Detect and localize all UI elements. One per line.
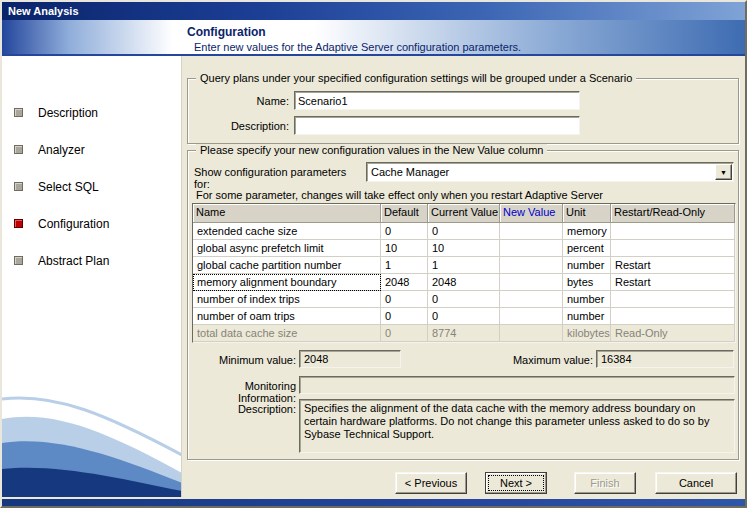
bottom-accent-bar bbox=[2, 499, 745, 506]
parameter-group-dropdown[interactable]: Cache Manager ▼ bbox=[366, 162, 734, 182]
table-row[interactable]: extended cache size00memory pages bbox=[193, 223, 735, 240]
scenario-groupbox: Query plans under your specified configu… bbox=[187, 78, 739, 144]
column-header-unit[interactable]: Unit bbox=[563, 204, 611, 223]
dropdown-selected-value: Cache Manager bbox=[371, 166, 449, 178]
sidebar-item-description[interactable]: Description bbox=[2, 94, 181, 131]
cell-name: global async prefetch limit bbox=[193, 240, 381, 257]
step-label: Analyzer bbox=[38, 143, 85, 157]
cell-current: 0 bbox=[428, 308, 500, 325]
wizard-header: Configuration Enter new values for the A… bbox=[2, 20, 745, 56]
configuration-groupbox-title: Please specify your new configuration va… bbox=[196, 144, 547, 156]
show-parameters-label: Show configuration parameters for: bbox=[194, 166, 362, 190]
scenario-name-label: Name: bbox=[188, 95, 289, 107]
wizard-steps-sidebar: DescriptionAnalyzerSelect SQLConfigurati… bbox=[2, 56, 182, 497]
sidebar-item-abstract-plan[interactable]: Abstract Plan bbox=[2, 242, 181, 279]
minimum-value-label: Minimum value: bbox=[192, 354, 296, 366]
step-label: Select SQL bbox=[38, 180, 99, 194]
cell-new[interactable] bbox=[500, 240, 563, 257]
cell-unit: number bbox=[563, 291, 611, 308]
cell-unit: percent bbox=[563, 240, 611, 257]
configuration-groupbox: Please specify your new configuration va… bbox=[187, 150, 739, 460]
cell-name: number of index trips bbox=[193, 291, 381, 308]
step-label: Description bbox=[38, 106, 98, 120]
cell-new[interactable] bbox=[500, 257, 563, 274]
cell-new[interactable] bbox=[500, 291, 563, 308]
cancel-button[interactable]: Cancel bbox=[655, 472, 737, 494]
parameter-description-label: Description: bbox=[188, 403, 296, 415]
sidebar-item-select-sql[interactable]: Select SQL bbox=[2, 168, 181, 205]
titlebar[interactable]: New Analysis bbox=[2, 2, 745, 20]
column-header-new-value[interactable]: New Value bbox=[500, 204, 563, 223]
wizard-buttons: < Previous Next > Finish Cancel bbox=[395, 472, 737, 494]
next-button[interactable]: Next > bbox=[485, 472, 547, 494]
cell-new[interactable] bbox=[500, 308, 563, 325]
cell-new[interactable] bbox=[500, 274, 563, 291]
step-indicator bbox=[14, 108, 23, 117]
new-analysis-window: New Analysis Configuration Enter new val… bbox=[0, 0, 747, 508]
cell-unit: number bbox=[563, 257, 611, 274]
cell-default: 0 bbox=[381, 325, 428, 342]
table-row[interactable]: number of oam trips00number bbox=[193, 308, 735, 325]
restart-note: For some parameter, changes will take ef… bbox=[196, 189, 603, 201]
previous-button[interactable]: < Previous bbox=[395, 472, 467, 494]
column-header-default[interactable]: Default bbox=[381, 204, 428, 223]
decorative-swoosh bbox=[2, 393, 182, 497]
scenario-name-input[interactable] bbox=[294, 91, 580, 110]
cell-default: 0 bbox=[381, 291, 428, 308]
cell-current: 2048 bbox=[428, 274, 500, 291]
cell-unit: number bbox=[563, 308, 611, 325]
table-row[interactable]: memory alignment boundary20482048bytesRe… bbox=[193, 274, 735, 291]
window-title: New Analysis bbox=[8, 5, 79, 17]
monitoring-information-field bbox=[299, 376, 735, 394]
table-row[interactable]: global cache partition number11numberRes… bbox=[193, 257, 735, 274]
table-row[interactable]: global async prefetch limit1010percent bbox=[193, 240, 735, 257]
wizard-content: Query plans under your specified configu… bbox=[182, 56, 745, 497]
column-header-current-value[interactable]: Current Value bbox=[428, 204, 500, 223]
scenario-description-label: Description: bbox=[188, 120, 289, 132]
cell-new[interactable] bbox=[500, 325, 563, 342]
cell-default: 0 bbox=[381, 223, 428, 240]
cell-default: 10 bbox=[381, 240, 428, 257]
cell-restart bbox=[611, 291, 735, 308]
cell-name: extended cache size bbox=[193, 223, 381, 240]
cell-restart bbox=[611, 223, 735, 240]
maximum-value-field: 16384 bbox=[596, 350, 734, 368]
cell-current: 10 bbox=[428, 240, 500, 257]
cell-restart: Restart bbox=[611, 257, 735, 274]
wizard-body: DescriptionAnalyzerSelect SQLConfigurati… bbox=[2, 56, 745, 497]
cell-name: global cache partition number bbox=[193, 257, 381, 274]
cell-name: total data cache size bbox=[193, 325, 381, 342]
sidebar-item-analyzer[interactable]: Analyzer bbox=[2, 131, 181, 168]
cell-current: 0 bbox=[428, 223, 500, 240]
page-title: Configuration bbox=[187, 25, 266, 39]
parameter-description-field: Specifies the alignment of the data cach… bbox=[299, 399, 735, 453]
sidebar-item-configuration[interactable]: Configuration bbox=[2, 205, 181, 242]
step-label: Configuration bbox=[38, 217, 109, 231]
cell-name: memory alignment boundary bbox=[193, 274, 381, 291]
table-row[interactable]: number of index trips00number bbox=[193, 291, 735, 308]
step-list: DescriptionAnalyzerSelect SQLConfigurati… bbox=[2, 56, 181, 279]
cell-unit: memory pages bbox=[563, 223, 611, 240]
cell-current: 1 bbox=[428, 257, 500, 274]
step-indicator bbox=[14, 145, 23, 154]
cell-default: 2048 bbox=[381, 274, 428, 291]
cell-default: 0 bbox=[381, 308, 428, 325]
finish-button[interactable]: Finish bbox=[574, 472, 636, 494]
scenario-description-input[interactable] bbox=[294, 116, 580, 135]
column-header-name[interactable]: Name bbox=[193, 204, 381, 223]
cell-restart: Read-Only bbox=[611, 325, 735, 342]
chevron-down-icon[interactable]: ▼ bbox=[715, 164, 732, 180]
cell-unit: kilobytes bbox=[563, 325, 611, 342]
cell-restart bbox=[611, 240, 735, 257]
column-header-restart-read-only[interactable]: Restart/Read-Only bbox=[611, 204, 735, 223]
maximum-value-label: Maximum value: bbox=[488, 354, 593, 366]
scenario-groupbox-title: Query plans under your specified configu… bbox=[196, 72, 636, 84]
cell-default: 1 bbox=[381, 257, 428, 274]
cell-new[interactable] bbox=[500, 223, 563, 240]
cell-current: 0 bbox=[428, 291, 500, 308]
table-row[interactable]: total data cache size08774kilobytesRead-… bbox=[193, 325, 735, 342]
page-subtitle: Enter new values for the Adaptive Server… bbox=[194, 41, 521, 53]
table-header-row: NameDefaultCurrent ValueNew ValueUnitRes… bbox=[193, 204, 735, 223]
table-body: extended cache size00memory pagesglobal … bbox=[193, 223, 735, 342]
active-step-indicator bbox=[14, 219, 23, 228]
